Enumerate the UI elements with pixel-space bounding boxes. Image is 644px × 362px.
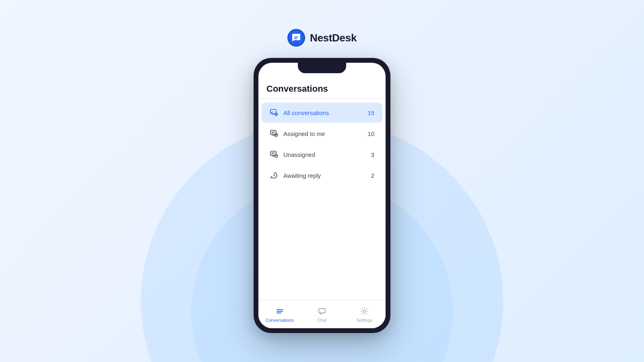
nav-item-settings[interactable]: Settings bbox=[343, 303, 386, 326]
chat-nav-icon bbox=[317, 306, 327, 316]
conv-item-assigned[interactable]: Assigned to me 10 bbox=[262, 123, 382, 144]
conv-item-assigned-left: Assigned to me bbox=[270, 129, 325, 138]
app-name: NestDesk bbox=[310, 32, 357, 44]
conv-item-assigned-label: Assigned to me bbox=[283, 130, 325, 137]
unassigned-icon bbox=[270, 150, 279, 159]
conv-item-unassigned-count: 3 bbox=[371, 151, 374, 158]
conv-item-unassigned[interactable]: Unassigned 3 bbox=[262, 144, 382, 165]
nav-item-chat[interactable]: Chat bbox=[301, 303, 343, 326]
screen-content: Conversations bbox=[258, 63, 386, 328]
settings-nav-icon bbox=[359, 306, 369, 316]
conv-item-awaiting-label: Awaiting reply bbox=[283, 172, 321, 179]
nav-conversations-label: Conversations bbox=[266, 318, 294, 323]
svg-rect-9 bbox=[319, 309, 325, 313]
conv-item-awaiting[interactable]: Awaiting reply 2 bbox=[262, 165, 382, 185]
conv-item-awaiting-count: 2 bbox=[371, 172, 374, 179]
screen-header: Conversations bbox=[258, 77, 386, 99]
nav-item-conversations[interactable]: Conversations bbox=[258, 303, 301, 326]
conv-item-left: All conversations bbox=[270, 108, 329, 117]
conv-item-all-label: All conversations bbox=[283, 109, 329, 116]
conv-item-assigned-count: 10 bbox=[367, 130, 374, 137]
assigned-icon bbox=[270, 129, 279, 138]
conv-item-awaiting-left: Awaiting reply bbox=[270, 171, 321, 180]
phone-mockup: Conversations bbox=[254, 58, 390, 333]
conv-item-unassigned-label: Unassigned bbox=[283, 151, 315, 158]
nav-settings-label: Settings bbox=[356, 318, 372, 323]
awaiting-reply-icon bbox=[270, 171, 279, 180]
page-title: Conversations bbox=[266, 84, 328, 94]
conversation-list: All conversations 15 bbox=[258, 99, 386, 300]
conv-item-unassigned-left: Unassigned bbox=[270, 150, 315, 159]
phone-notch bbox=[298, 63, 346, 73]
phone-screen: Conversations bbox=[258, 63, 386, 328]
app-header: NestDesk bbox=[287, 29, 357, 47]
all-conversations-icon bbox=[270, 108, 279, 117]
conv-item-all[interactable]: All conversations 15 bbox=[262, 103, 382, 123]
conversations-nav-icon bbox=[275, 306, 285, 316]
nav-chat-label: Chat bbox=[317, 318, 326, 323]
conv-item-all-count: 15 bbox=[367, 109, 374, 116]
bottom-nav: Conversations Chat bbox=[258, 300, 386, 328]
app-logo bbox=[287, 29, 305, 47]
svg-point-10 bbox=[363, 310, 365, 313]
